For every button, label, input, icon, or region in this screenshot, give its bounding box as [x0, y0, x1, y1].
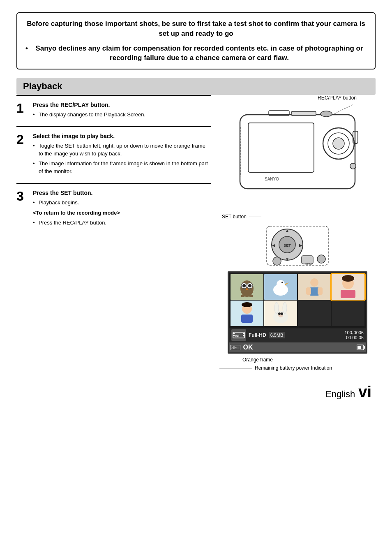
language-label: English: [325, 389, 355, 400]
ok-bar: SET OK: [229, 342, 366, 352]
step-3-bullet-0: Playback begins.: [33, 199, 211, 207]
svg-rect-66: [364, 346, 365, 349]
thumb-7-empty: [298, 301, 331, 326]
svg-text:▲: ▲: [285, 228, 289, 233]
svg-rect-63: [243, 335, 244, 336]
thumb-grid-bottom: [229, 301, 366, 328]
step-2-bullet-0: Toggle the SET button left, right, up or…: [33, 142, 211, 158]
svg-rect-61: [233, 335, 235, 336]
svg-rect-1: [248, 123, 314, 172]
svg-rect-62: [243, 333, 244, 334]
step-2-title: Select the image to play back.: [33, 133, 211, 139]
svg-rect-7: [291, 111, 316, 116]
step-2-number: 2: [16, 133, 28, 177]
svg-rect-32: [241, 295, 244, 297]
step-3-number: 3: [16, 190, 28, 229]
thumb-2: [264, 274, 297, 300]
battery-power-label: Remaining battery power Indication: [255, 365, 332, 371]
header-box: Before capturing those important shots, …: [16, 12, 376, 69]
playback-screen: INT Full-HD 6.5MB 100-0006 00:00:05 SET …: [228, 271, 367, 354]
step-1-content: Press the REC/PLAY button. The display c…: [33, 102, 211, 120]
svg-rect-39: [298, 274, 331, 300]
svg-rect-46: [341, 290, 355, 298]
footer: English vi: [16, 383, 376, 401]
thumb-8-empty: [332, 301, 364, 326]
svg-point-30: [248, 284, 251, 287]
step-2-body: Toggle the SET button left, right, up or…: [33, 142, 211, 176]
main-content: 1 Press the REC/PLAY button. The display…: [16, 95, 376, 371]
step-2-bullet-1: The image information for the framed ima…: [33, 160, 211, 176]
svg-point-20: [273, 257, 281, 265]
step-3-title: Press the SET button.: [33, 190, 211, 196]
film-icon: INT: [231, 329, 246, 341]
thumb-3: [298, 274, 331, 300]
orange-frame-label: Orange frame: [242, 357, 273, 363]
svg-rect-60: [233, 333, 235, 334]
svg-point-6: [321, 111, 332, 117]
svg-point-57: [278, 312, 281, 315]
step-3: 3 Press the SET button. Playback begins.…: [16, 183, 211, 234]
recplay-button-label: REC/PLAY button: [318, 95, 357, 101]
svg-text:◀: ◀: [272, 243, 275, 248]
svg-text:INT: INT: [235, 334, 240, 337]
battery-icon: [357, 345, 365, 350]
thumb-5: [231, 301, 263, 326]
svg-rect-42: [306, 287, 311, 295]
step-1-body: The display changes to the Playback Scre…: [33, 111, 211, 119]
step-1-number: 1: [16, 102, 28, 120]
step-3-extra-title: <To return to the recording mode>: [33, 209, 211, 217]
step-2-content: Select the image to play back. Toggle th…: [33, 133, 211, 177]
step-3-content: Press the SET button. Playback begins. <…: [33, 190, 211, 229]
svg-point-40: [310, 278, 318, 287]
svg-point-23: [317, 255, 325, 263]
set-button-label: SET button: [222, 214, 247, 220]
header-title: Before capturing those important shots, …: [25, 19, 367, 39]
svg-point-38: [281, 282, 283, 283]
thumb-grid-top: [229, 273, 366, 301]
step-1: 1 Press the REC/PLAY button. The display…: [16, 95, 211, 126]
svg-rect-0: [240, 115, 355, 189]
svg-line-8: [334, 104, 353, 114]
disclaimer-text: Sanyo declines any claim for compensatio…: [25, 44, 367, 63]
svg-point-54: [274, 302, 279, 314]
playback-time: 00:00:05: [345, 335, 364, 340]
step-3-body: Playback begins. <To return to the recor…: [33, 199, 211, 227]
format-label: Full-HD: [249, 332, 266, 338]
set-label-ok: SET: [230, 345, 240, 350]
step-1-bullet-0: The display changes to the Playback Scre…: [33, 111, 211, 119]
file-number: 100-0006: [345, 330, 364, 335]
thumb-6: [264, 301, 297, 326]
right-column: REC/PLAY button: [219, 95, 376, 371]
left-column: 1 Press the REC/PLAY button. The display…: [16, 95, 211, 371]
file-size: 6.5MB: [269, 332, 285, 338]
screen-labels: Orange frame Remaining battery power Ind…: [219, 357, 376, 371]
step-2: 2 Select the image to play back. Toggle …: [16, 126, 211, 183]
svg-text:SET: SET: [284, 243, 291, 248]
svg-rect-67: [357, 346, 361, 349]
diagram-wrap: REC/PLAY button: [219, 95, 376, 371]
svg-point-58: [281, 312, 283, 315]
step-3-extra-bullet-0: Press the REC/PLAY button.: [33, 219, 211, 227]
svg-point-4: [333, 138, 344, 149]
svg-point-29: [242, 284, 246, 287]
step-1-title: Press the REC/PLAY button.: [33, 102, 211, 108]
svg-rect-43: [318, 287, 323, 295]
svg-point-51: [242, 302, 252, 307]
svg-text:SANYO: SANYO: [265, 177, 279, 181]
svg-text:▶: ▶: [299, 243, 302, 248]
ok-label: OK: [243, 344, 253, 351]
thumb-1: [231, 274, 263, 300]
camera-svg: SANYO: [219, 102, 376, 211]
page-label: vi: [358, 383, 371, 401]
svg-point-36: [277, 280, 285, 288]
svg-point-55: [283, 302, 287, 314]
svg-point-47: [342, 275, 354, 282]
svg-rect-50: [241, 315, 253, 323]
status-right: 100-0006 00:00:05: [345, 330, 364, 340]
svg-point-11: [350, 163, 356, 169]
status-bar: INT Full-HD 6.5MB 100-0006 00:00:05: [229, 328, 366, 342]
section-title: Playback: [16, 78, 376, 95]
svg-text:▼: ▼: [285, 257, 289, 261]
svg-rect-33: [249, 295, 253, 297]
thumb-4-selected: [332, 274, 364, 300]
